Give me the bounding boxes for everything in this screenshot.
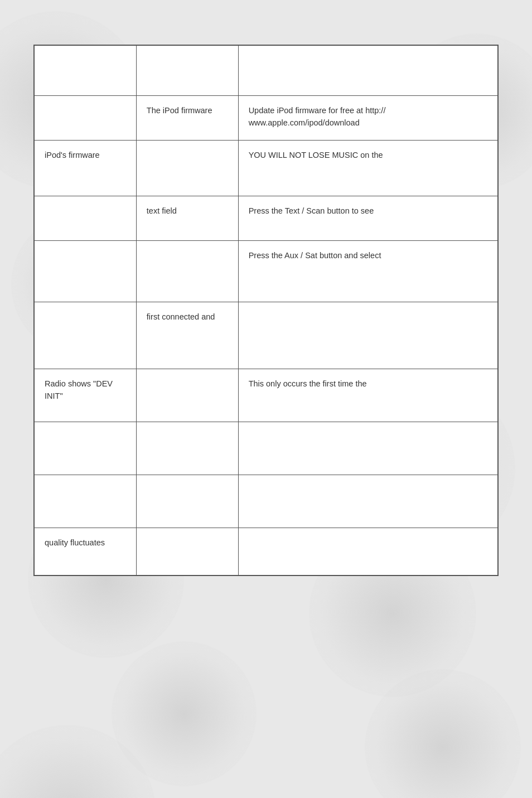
cell-r6-c3	[238, 302, 497, 369]
cell-r3-c1: iPod's firmware	[35, 141, 137, 196]
table-row	[35, 46, 498, 96]
cell-r2-c2: The iPod firmware	[136, 96, 238, 141]
table-row	[35, 475, 498, 528]
cell-r10-c2	[136, 528, 238, 575]
cell-r1-c2	[136, 46, 238, 96]
main-table-wrapper: The iPod firmware Update iPod firmware f…	[33, 45, 499, 576]
page-content: The iPod firmware Update iPod firmware f…	[0, 0, 532, 621]
cell-r10-c1: quality fluctuates	[35, 528, 137, 575]
table-row: iPod's firmware YOU WILL NOT LOSE MUSIC …	[35, 141, 498, 196]
cell-r7-c2	[136, 369, 238, 422]
table-row: Press the Aux / Sat button and select	[35, 241, 498, 302]
cell-r1-c1	[35, 46, 137, 96]
cell-r9-c1	[35, 475, 137, 528]
cell-r9-c2	[136, 475, 238, 528]
cell-r1-c3	[238, 46, 497, 96]
cell-r5-c2	[136, 241, 238, 302]
cell-r3-c2	[136, 141, 238, 196]
table-row: text field Press the Text / Scan button …	[35, 196, 498, 241]
cell-r3-c3: YOU WILL NOT LOSE MUSIC on the	[238, 141, 497, 196]
table-row: first connected and	[35, 302, 498, 369]
cell-r8-c1	[35, 422, 137, 475]
cell-r6-c2: first connected and	[136, 302, 238, 369]
main-table: The iPod firmware Update iPod firmware f…	[34, 45, 498, 575]
cell-r9-c3	[238, 475, 497, 528]
cell-r5-c1	[35, 241, 137, 302]
cell-r10-c3	[238, 528, 497, 575]
table-row: The iPod firmware Update iPod firmware f…	[35, 96, 498, 141]
cell-r8-c3	[238, 422, 497, 475]
cell-r2-c3: Update iPod firmware for free at http://…	[238, 96, 497, 141]
cell-r5-c3: Press the Aux / Sat button and select	[238, 241, 497, 302]
cell-r4-c1	[35, 196, 137, 241]
cell-r4-c3: Press the Text / Scan button to see	[238, 196, 497, 241]
cell-r7-c1: Radio shows "DEV INIT"	[35, 369, 137, 422]
cell-r7-c3: This only occurs the first time the	[238, 369, 497, 422]
cell-r8-c2	[136, 422, 238, 475]
table-row	[35, 422, 498, 475]
table-row: quality fluctuates	[35, 528, 498, 575]
cell-r4-c2: text field	[136, 196, 238, 241]
table-row: Radio shows "DEV INIT" This only occurs …	[35, 369, 498, 422]
cell-r2-c1	[35, 96, 137, 141]
cell-r6-c1	[35, 302, 137, 369]
